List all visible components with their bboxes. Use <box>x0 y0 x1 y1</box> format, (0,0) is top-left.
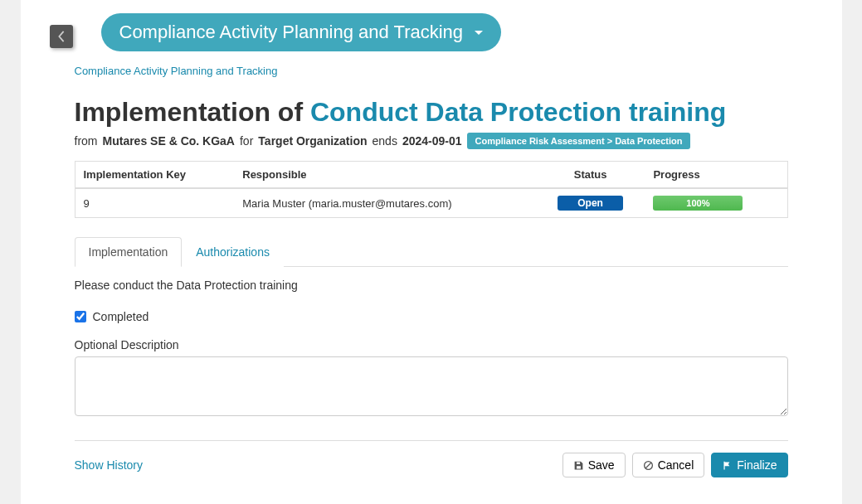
tab-authorizations[interactable]: Authorizations <box>182 237 284 267</box>
col-progress: Progress <box>645 162 787 189</box>
finalize-label: Finalize <box>737 458 777 472</box>
tab-implementation[interactable]: Implementation <box>75 237 183 267</box>
progress-bar: 100% <box>653 196 743 211</box>
module-dropdown-label: Compliance Activity Planning and Trackin… <box>119 22 464 43</box>
cancel-button[interactable]: Cancel <box>632 453 705 477</box>
tabs: Implementation Authorizations <box>75 236 788 267</box>
status-badge: Open <box>558 196 623 211</box>
title-prefix: Implementation of <box>75 97 310 127</box>
save-label: Save <box>588 458 615 472</box>
svg-line-1 <box>645 463 651 468</box>
description-textarea[interactable] <box>75 356 788 416</box>
show-history-link[interactable]: Show History <box>75 458 143 472</box>
col-responsible: Responsible <box>234 162 535 189</box>
cancel-label: Cancel <box>658 458 694 472</box>
info-table: Implementation Key Responsible Status Pr… <box>75 161 788 218</box>
cell-responsible: Maria Muster (maria.muster@mutares.com) <box>234 188 535 218</box>
completed-label: Completed <box>93 310 149 323</box>
col-status: Status <box>536 162 645 189</box>
for-label: for <box>240 134 253 148</box>
description-label: Optional Description <box>75 338 788 351</box>
separator <box>75 440 788 441</box>
save-icon <box>573 460 584 471</box>
flag-icon <box>722 460 733 471</box>
finalize-button[interactable]: Finalize <box>711 453 787 477</box>
save-button[interactable]: Save <box>562 453 626 477</box>
page-title: Implementation of Conduct Data Protectio… <box>75 97 788 128</box>
back-button[interactable] <box>50 25 73 48</box>
col-key: Implementation Key <box>75 162 234 189</box>
chevron-left-icon <box>57 31 66 42</box>
instruction-text: Please conduct the Data Protection train… <box>75 279 788 292</box>
ends-label: ends <box>373 134 397 148</box>
title-task-link[interactable]: Conduct Data Protection training <box>310 97 726 127</box>
from-org: Mutares SE & Co. KGaA <box>103 134 235 148</box>
category-badge: Compliance Risk Assessment > Data Protec… <box>467 133 691 149</box>
module-dropdown[interactable]: Compliance Activity Planning and Trackin… <box>101 13 502 51</box>
subline: from Mutares SE & Co. KGaA for Target Or… <box>75 133 788 149</box>
table-row: 9 Maria Muster (maria.muster@mutares.com… <box>75 188 787 218</box>
from-label: from <box>75 134 98 148</box>
cell-key: 9 <box>75 188 234 218</box>
target-org: Target Organization <box>258 134 367 148</box>
action-buttons: Save Cancel Finalize <box>562 453 788 477</box>
caret-down-icon <box>475 31 483 35</box>
completed-row[interactable]: Completed <box>75 310 788 323</box>
ends-date: 2024-09-01 <box>402 134 462 148</box>
completed-checkbox[interactable] <box>75 311 86 322</box>
breadcrumb[interactable]: Compliance Activity Planning and Trackin… <box>75 65 788 77</box>
cancel-icon <box>643 460 654 471</box>
